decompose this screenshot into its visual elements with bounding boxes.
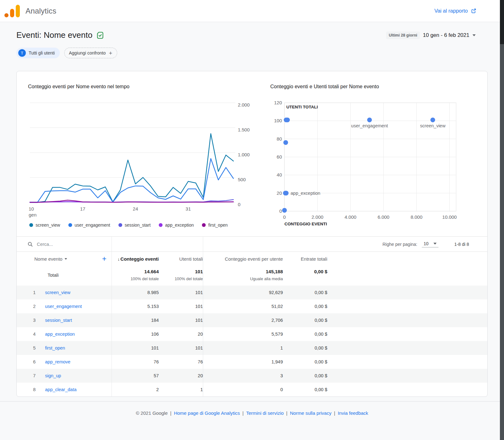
y-tick-label: 1.500	[238, 127, 250, 132]
row-rank: 4	[33, 332, 43, 337]
footer-link[interactable]: Norme sulla privacy	[290, 410, 332, 416]
y-tick-label: 120	[274, 100, 282, 105]
x-tick-label: 17	[80, 206, 85, 211]
events-table: Righe per pagina: 10 1-8 di 8 Nome event…	[17, 236, 487, 397]
totals-event-count-sub: 100% del totale	[112, 276, 159, 281]
cell-total-users: 101	[159, 318, 203, 323]
column-header-total-revenue[interactable]: Entrate totali	[283, 256, 327, 262]
logo-dot	[4, 13, 9, 17]
cell-count-per-user: 51,02	[203, 304, 283, 309]
segment-chip-all-users[interactable]: T Tutti gli utenti	[16, 48, 60, 58]
table-row: 2user_engagement5.15310151,020,00 $	[17, 299, 487, 313]
y-tick-label: 0	[279, 208, 282, 214]
event-name-link[interactable]: user_engagement	[45, 304, 82, 309]
x-tick-label: 0	[283, 214, 286, 220]
rows-per-page-value: 10	[424, 241, 429, 246]
event-name-link[interactable]: screen_view	[45, 290, 71, 295]
footer-separator: |	[334, 410, 335, 416]
logo-bar-tall	[16, 5, 20, 17]
totals-event-count: 14.664	[112, 269, 159, 274]
row-rank: 8	[33, 387, 43, 392]
cell-count-per-user: 0	[203, 387, 283, 392]
y-tick-label: 500	[238, 177, 246, 182]
scatter-point-first_open[interactable]	[284, 118, 289, 122]
search-input[interactable]	[37, 242, 90, 247]
cell-event-count: 76	[112, 359, 159, 364]
cell-count-per-user: 3	[203, 373, 283, 378]
row-rank: 2	[33, 304, 43, 309]
cell-event-count: 184	[112, 318, 159, 323]
legend-item-first_open: first_open	[202, 223, 227, 228]
row-rank: 1	[33, 290, 43, 295]
cell-count-per-user: 2,706	[203, 318, 283, 323]
go-to-report-link[interactable]: Vai al rapporto	[434, 8, 476, 14]
scatter-point-sign_up[interactable]	[283, 191, 288, 195]
row-rank: 6	[33, 359, 43, 364]
verified-report-icon	[96, 31, 104, 39]
column-header-name[interactable]: Nome evento +	[17, 255, 112, 263]
footer-link[interactable]: Home page di Google Analytics	[174, 410, 240, 416]
scatter-chart-section: Conteggio eventi e Utenti totali per Nom…	[270, 84, 466, 230]
point-label: user_engagement	[351, 123, 388, 128]
footer-link[interactable]: Invia feedback	[338, 410, 368, 416]
column-header-total-users[interactable]: Utenti totali	[159, 256, 203, 262]
event-name-link[interactable]: app_exception	[45, 332, 75, 337]
segment-chip-label: Tutti gli utenti	[29, 50, 55, 55]
footer-separator: |	[286, 410, 288, 416]
scrollbar-thumb[interactable]	[500, 0, 504, 44]
add-comparison-chip[interactable]: Aggiungi confronto +	[64, 48, 117, 58]
date-range-value: 10 gen - 6 feb 2021	[423, 32, 469, 38]
table-row: 6app_remove76761,9490,00 $	[17, 355, 487, 369]
add-column-button[interactable]: +	[102, 255, 106, 263]
legend-label: app_exception	[165, 223, 194, 228]
rows-per-page-select[interactable]: 10	[422, 241, 439, 247]
x-axis-title: CONTEGGIO EVENTI	[284, 222, 327, 226]
legend-label: first_open	[208, 223, 227, 228]
legend-label: session_start	[125, 223, 151, 228]
event-name-link[interactable]: session_start	[45, 318, 72, 323]
go-to-report-label: Vai al rapporto	[434, 8, 468, 14]
column-header-count-per-user[interactable]: Conteggio eventi per utente	[203, 256, 283, 262]
scatter-point-user_engagement[interactable]	[367, 118, 372, 122]
add-comparison-label: Aggiungi confronto	[69, 50, 106, 55]
column-header-name-label: Nome evento	[34, 256, 62, 262]
cell-total-users: 101	[159, 290, 203, 295]
period-badge: Ultimi 28 giorni	[386, 32, 420, 39]
pagination-controls: Righe per pagina: 10 1-8 di 8	[382, 241, 469, 247]
scatter-point-app_remove[interactable]	[283, 140, 288, 145]
event-name-link[interactable]: first_open	[45, 345, 65, 350]
legend-dot-icon	[202, 223, 206, 227]
cell-total-revenue: 0,00 $	[283, 290, 327, 295]
row-rank: 5	[33, 345, 43, 350]
chevron-down-icon	[65, 258, 67, 260]
totals-users-sub: 100% del totale	[159, 276, 203, 281]
point-label: screen_view	[420, 123, 446, 128]
legend-item-user_engagement: user_engagement	[68, 223, 110, 228]
legend-item-app_exception: app_exception	[159, 223, 194, 228]
cell-event-count: 5.153	[112, 304, 159, 309]
line-chart-title: Conteggio eventi per Nome evento nel tem…	[28, 84, 263, 90]
cell-event-count: 2	[112, 387, 159, 392]
cell-count-per-user: 5,579	[203, 332, 283, 337]
cell-total-users: 20	[159, 373, 203, 378]
event-name-link[interactable]: sign_up	[45, 373, 61, 378]
scatter-point-screen_view[interactable]	[430, 118, 435, 122]
series-line-screen_view	[30, 134, 233, 202]
event-name-link[interactable]: app_remove	[45, 359, 71, 364]
event-name-link[interactable]: app_clear_data	[45, 387, 77, 392]
footer-link[interactable]: Termini di servizio	[246, 410, 284, 416]
cell-count-per-user: 1	[203, 345, 283, 350]
line-chart-legend: screen_viewuser_engagementsession_starta…	[28, 223, 263, 228]
scrollbar[interactable]	[500, 0, 504, 440]
scatter-point-app_clear_data[interactable]	[282, 208, 287, 213]
column-header-event-count[interactable]: ↓Conteggio eventi	[112, 256, 159, 262]
cell-count-per-user: 1,949	[203, 359, 283, 364]
totals-users: 101	[159, 269, 203, 274]
y-tick-label: 60	[277, 154, 282, 159]
x-tick-label: 2.000	[312, 214, 324, 220]
cell-total-revenue: 0,00 $	[283, 304, 327, 309]
cell-event-count: 101	[112, 345, 159, 350]
pagination-range: 1-8 di 8	[454, 242, 469, 247]
report-card: Conteggio eventi per Nome evento nel tem…	[16, 71, 488, 397]
date-range-selector[interactable]: 10 gen - 6 feb 2021	[423, 32, 476, 38]
